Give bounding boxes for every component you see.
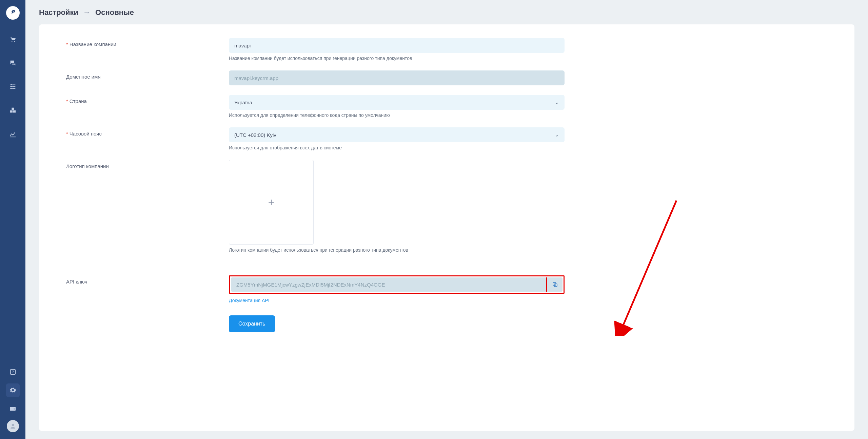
timezone-select[interactable]: (UTC +02:00) Kyiv ⌄ xyxy=(229,127,565,142)
svg-point-0 xyxy=(11,41,12,42)
help-icon: ? xyxy=(9,368,17,376)
wallet-icon xyxy=(9,405,17,412)
logo-hint: Логотип компании будет использоваться пр… xyxy=(229,247,565,253)
user-avatar[interactable] xyxy=(7,420,19,432)
chevron-right-icon: → xyxy=(83,8,91,17)
copy-api-key-button[interactable] xyxy=(546,277,563,292)
api-key-input: ZGM5YmNjMGE1MjcwYzgwZjExMDI5MjI2NDExNmY4… xyxy=(231,277,546,292)
label-country: *Страна xyxy=(66,95,229,118)
label-logo: Логотип компании xyxy=(66,160,229,253)
chevron-down-icon: ⌄ xyxy=(555,99,559,105)
chat-icon xyxy=(9,59,17,67)
api-doc-link[interactable]: Документация API xyxy=(229,298,270,303)
nav-wallet[interactable] xyxy=(7,402,19,415)
label-timezone: *Часовой пояс xyxy=(66,127,229,150)
key-icon xyxy=(10,10,16,16)
svg-rect-3 xyxy=(10,110,12,112)
copy-icon xyxy=(552,281,558,288)
plus-icon: + xyxy=(268,196,275,209)
settings-card: *Название компании mavapi Название компа… xyxy=(39,24,854,431)
sidebar: ? xyxy=(0,0,25,439)
svg-point-1 xyxy=(14,41,15,42)
svg-point-7 xyxy=(12,424,14,426)
company-name-input[interactable]: mavapi xyxy=(229,38,565,53)
chevron-down-icon: ⌄ xyxy=(555,132,559,138)
svg-text:?: ? xyxy=(12,370,14,374)
label-api: API ключ xyxy=(66,275,229,332)
boxes-icon xyxy=(9,107,17,114)
logo-upload[interactable]: + xyxy=(229,160,314,245)
nav-cart[interactable] xyxy=(7,33,19,45)
nav-help[interactable]: ? xyxy=(7,366,19,378)
breadcrumb-root[interactable]: Настройки xyxy=(39,8,78,17)
chart-icon xyxy=(9,130,17,138)
timezone-hint: Используется для отображения всех дат в … xyxy=(229,145,565,150)
nav-tasks[interactable] xyxy=(7,81,19,93)
svg-rect-4 xyxy=(13,110,15,112)
country-hint: Используется для определения телефонного… xyxy=(229,112,565,118)
nav-settings[interactable] xyxy=(6,383,20,397)
cart-icon xyxy=(9,36,17,43)
main-content: Настройки → Основные *Название компании … xyxy=(25,0,868,439)
svg-rect-2 xyxy=(12,108,14,110)
checklist-icon xyxy=(9,83,17,90)
label-domain: Доменное имя xyxy=(66,70,229,85)
divider xyxy=(66,263,827,263)
api-key-highlight: ZGM5YmNjMGE1MjcwYzgwZjExMDI5MjI2NDExNmY4… xyxy=(229,275,565,294)
nav-warehouse[interactable] xyxy=(7,104,19,117)
app-logo[interactable] xyxy=(6,6,20,20)
nav-analytics[interactable] xyxy=(7,128,19,140)
company-hint: Название компании будет использоваться п… xyxy=(229,56,565,61)
country-select[interactable]: Україна ⌄ xyxy=(229,95,565,110)
label-company: *Название компании xyxy=(66,38,229,61)
breadcrumb-current: Основные xyxy=(95,8,134,17)
save-button[interactable]: Сохранить xyxy=(229,315,275,332)
user-icon xyxy=(9,423,16,430)
domain-input: mavapi.keycrm.app xyxy=(229,70,565,85)
breadcrumb: Настройки → Основные xyxy=(39,8,854,17)
gear-icon xyxy=(9,387,16,394)
nav-chat[interactable] xyxy=(7,57,19,69)
